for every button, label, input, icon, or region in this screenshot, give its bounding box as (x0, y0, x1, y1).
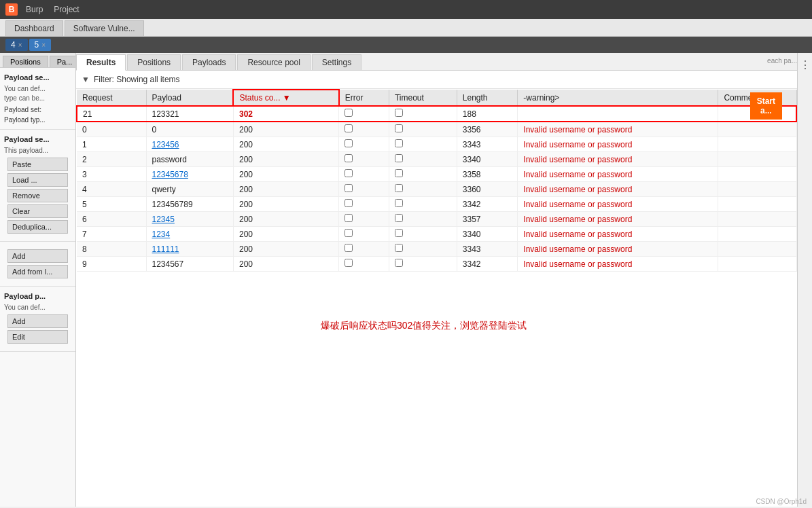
cell-error[interactable] (339, 227, 389, 242)
col-warning[interactable]: -warning> (518, 90, 718, 106)
cell-status: 200 (233, 242, 338, 257)
cell-timeout[interactable] (389, 137, 457, 152)
start-attack-button[interactable]: Start a... (750, 92, 782, 120)
filter-icon: ▼ (82, 75, 90, 84)
table-body: 21123321302188002003356Invalid username … (77, 106, 796, 272)
table-row[interactable]: 002003356Invalid username or password (77, 122, 796, 137)
table-row[interactable]: 3123456782003358Invalid username or pass… (77, 167, 796, 182)
cell-timeout[interactable] (389, 257, 457, 272)
menu-project[interactable]: Project (51, 5, 82, 14)
add-from-list-button[interactable]: Add from l... (7, 265, 68, 278)
cell-status: 200 (233, 197, 338, 212)
cell-timeout[interactable] (389, 152, 457, 167)
cell-payload: 0 (146, 122, 233, 137)
tab-payloads[interactable]: Payloads (182, 54, 236, 70)
cell-timeout[interactable] (389, 122, 457, 137)
tab-strip-item-5[interactable]: 5 × (29, 39, 52, 51)
col-timeout[interactable]: Timeout (389, 90, 457, 106)
cell-error[interactable] (339, 167, 389, 182)
table-row[interactable]: 6123452003357Invalid username or passwor… (77, 212, 796, 227)
cell-length: 188 (457, 106, 518, 122)
col-payload[interactable]: Payload (146, 90, 233, 106)
remove-button[interactable]: Remove (7, 189, 68, 202)
tab-resource-pool[interactable]: Resource pool (237, 54, 310, 70)
clear-button[interactable]: Clear (7, 204, 68, 218)
tab-settings[interactable]: Settings (312, 54, 361, 70)
table-row[interactable]: 81111112003343Invalid username or passwo… (77, 242, 796, 257)
col-status[interactable]: Status co... ▼ (233, 90, 338, 106)
cell-timeout[interactable] (389, 106, 457, 122)
cell-error[interactable] (339, 257, 389, 272)
table-container: Request Payload Status co... ▼ Error Tim… (76, 89, 797, 507)
nav-tabs-row: Dashboard Software Vulne... (0, 19, 812, 37)
cell-error[interactable] (339, 122, 389, 137)
menu-burp[interactable]: Burp (23, 5, 46, 14)
table-row[interactable]: 2password2003340Invalid username or pass… (77, 152, 796, 167)
add-processing-button[interactable]: Add (7, 314, 68, 328)
edit-button[interactable]: Edit (7, 330, 68, 344)
cell-warning (518, 106, 718, 122)
table-row[interactable]: 4qwerty2003360Invalid username or passwo… (77, 182, 796, 197)
tab-results[interactable]: Results (76, 54, 126, 71)
table-row[interactable]: 11234562003343Invalid username or passwo… (77, 137, 796, 152)
cell-length: 3360 (457, 182, 518, 197)
tab-strip-close-5[interactable]: × (41, 41, 46, 49)
deduplicate-button[interactable]: Deduplica... (7, 220, 68, 234)
paste-button[interactable]: Paste (7, 158, 68, 171)
sidebar-tab-positions[interactable]: Positions (3, 56, 48, 67)
table-row[interactable]: 712342003340Invalid username or password (77, 227, 796, 242)
cell-warning: Invalid username or password (518, 152, 718, 167)
cell-payload: 123321 (146, 106, 233, 122)
cell-status: 200 (233, 167, 338, 182)
sidebar-tab-pa[interactable]: Pa... (50, 56, 76, 67)
cell-request: 6 (77, 212, 146, 227)
cell-error[interactable] (339, 182, 389, 197)
cell-warning: Invalid username or password (518, 122, 718, 137)
sidebar-payload-sets-1: Payload se... You can def...type can be.… (0, 68, 75, 130)
cell-error[interactable] (339, 106, 389, 122)
cell-timeout[interactable] (389, 242, 457, 257)
nav-tab-software-vuln[interactable]: Software Vulne... (65, 20, 144, 36)
cell-timeout[interactable] (389, 182, 457, 197)
cell-error[interactable] (339, 137, 389, 152)
burp-logo: B (5, 3, 18, 16)
cell-length: 3342 (457, 197, 518, 212)
cell-comment (718, 122, 796, 137)
cell-error[interactable] (339, 242, 389, 257)
payload-set-label: Payload set: (4, 106, 71, 113)
cell-payload: 1234567 (146, 257, 233, 272)
cell-comment (718, 257, 796, 272)
cell-length: 3340 (457, 227, 518, 242)
cell-status: 200 (233, 227, 338, 242)
cell-timeout[interactable] (389, 212, 457, 227)
cell-timeout[interactable] (389, 167, 457, 182)
tab-positions[interactable]: Positions (127, 54, 181, 70)
cell-length: 3357 (457, 212, 518, 227)
table-row[interactable]: 21123321302188 (77, 106, 796, 122)
filter-bar: ▼ Filter: Showing all items (76, 71, 797, 89)
filter-text[interactable]: Filter: Showing all items (94, 75, 180, 84)
cell-timeout[interactable] (389, 197, 457, 212)
cell-error[interactable] (339, 152, 389, 167)
more-options-icon[interactable]: ⋮ (800, 58, 811, 71)
tab-strip-close-4[interactable]: × (18, 41, 22, 49)
cell-length: 3343 (457, 242, 518, 257)
cell-timeout[interactable] (389, 227, 457, 242)
col-length[interactable]: Length (457, 90, 518, 106)
cell-comment (718, 212, 796, 227)
tab-strip-label-5: 5 (35, 40, 39, 50)
cell-error[interactable] (339, 212, 389, 227)
cell-status: 200 (233, 182, 338, 197)
add-button[interactable]: Add (7, 249, 68, 263)
col-error[interactable]: Error (339, 90, 389, 106)
tab-strip-item-4[interactable]: 4 × (5, 39, 28, 51)
table-row[interactable]: 51234567892003342Invalid username or pas… (77, 197, 796, 212)
cell-comment (718, 197, 796, 212)
nav-tab-dashboard[interactable]: Dashboard (5, 20, 63, 36)
load-button[interactable]: Load ... (7, 173, 68, 187)
cell-status: 200 (233, 137, 338, 152)
cell-error[interactable] (339, 197, 389, 212)
table-row[interactable]: 912345672003342Invalid username or passw… (77, 257, 796, 272)
col-request[interactable]: Request (77, 90, 146, 106)
payload-sets-2-text: This payload... (4, 146, 71, 156)
